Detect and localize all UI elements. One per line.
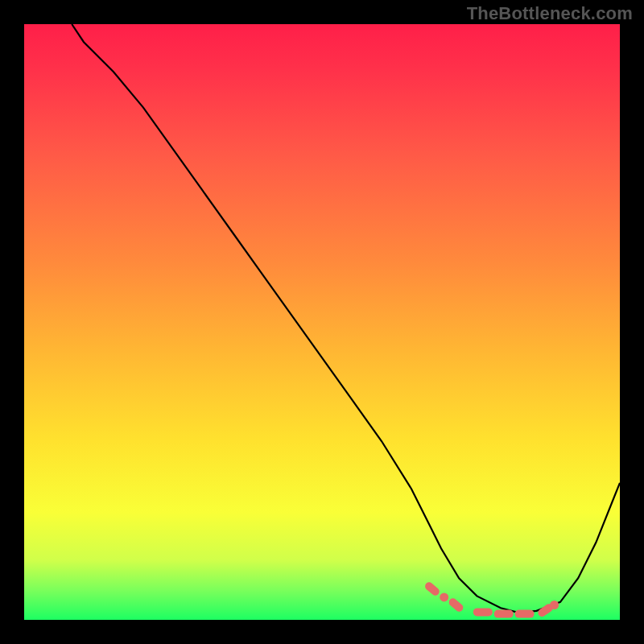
marker-round-dash	[423, 580, 441, 597]
watermark-text: TheBottleneck.com	[467, 3, 633, 24]
marker-dot	[440, 592, 448, 601]
marker-flat-dash	[473, 608, 493, 616]
marker-dot	[550, 601, 559, 609]
marker-flat-dash	[494, 610, 514, 618]
marker-flat-dash	[515, 610, 535, 618]
chart-frame: TheBottleneck.com	[0, 0, 644, 644]
marker-group	[423, 580, 559, 618]
marker-round-dash	[448, 597, 465, 613]
markers-layer	[24, 24, 620, 620]
plot-area	[24, 24, 620, 620]
